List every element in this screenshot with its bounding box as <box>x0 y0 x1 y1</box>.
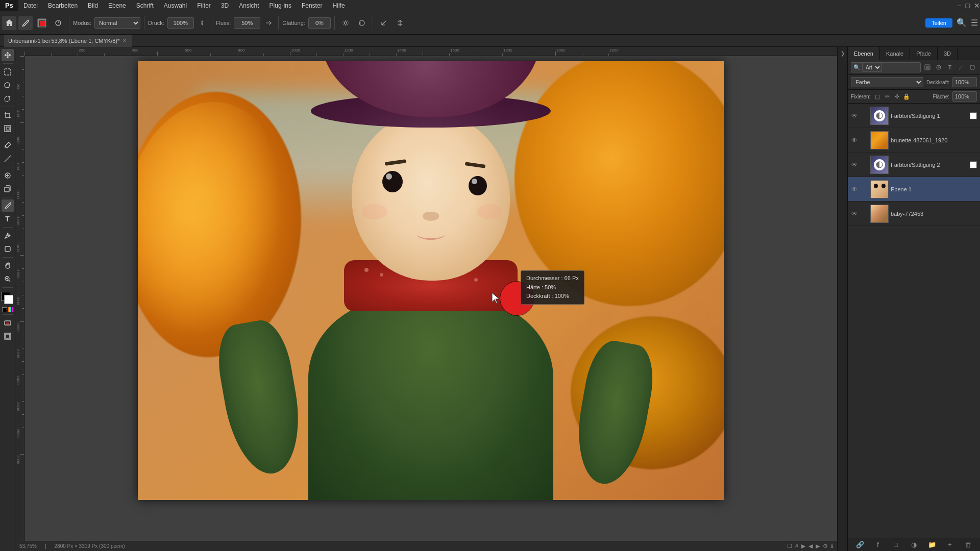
menu-datei[interactable]: Datei <box>18 0 43 11</box>
tab-pfade[interactable]: Pfade <box>910 47 938 60</box>
tab-kanale[interactable]: Kanäle <box>880 47 910 60</box>
layer-item-active[interactable]: 👁 Ebene 1 <box>848 177 980 202</box>
adjustment-filter-btn[interactable] <box>934 63 943 72</box>
zoom-tool[interactable] <box>2 273 14 285</box>
menu-bild[interactable]: Bild <box>83 0 103 11</box>
layer-item[interactable]: 👁 brunette-487061_1920 <box>848 128 980 153</box>
druck-input[interactable] <box>167 17 194 29</box>
brush-tool[interactable] <box>2 199 14 212</box>
default-colors-btn[interactable] <box>2 307 7 312</box>
brush-options-btn[interactable] <box>51 16 65 30</box>
move-tool[interactable] <box>2 49 14 61</box>
crop-tool[interactable] <box>2 109 14 121</box>
heal-tool[interactable] <box>2 169 14 182</box>
settings-status-icon[interactable]: ⚙ <box>823 543 828 549</box>
history-btn[interactable] <box>355 16 369 30</box>
document-close-btn[interactable]: ✕ <box>122 38 127 43</box>
glattung-input[interactable] <box>308 17 331 29</box>
menu-3d[interactable]: 3D <box>216 0 234 11</box>
eyedropper-tool[interactable] <box>2 139 14 152</box>
frame-tool[interactable] <box>2 122 14 135</box>
status-arrow-btn[interactable]: ▶ <box>801 543 805 549</box>
layer-kind-select[interactable]: Art <box>862 63 882 72</box>
clone-tool[interactable] <box>2 183 14 195</box>
layer-item[interactable]: 👁 Farbton/Sättigung 1 <box>848 104 980 128</box>
measure-tool[interactable] <box>2 153 14 165</box>
layer-visibility-toggle[interactable]: 👁 <box>850 160 859 169</box>
menu-auswahl[interactable]: Auswahl <box>159 0 192 11</box>
delete-layer-btn[interactable]: 🗑 <box>963 540 973 550</box>
lasso-tool[interactable] <box>2 79 14 91</box>
lock-transparent-btn[interactable]: ▢ <box>873 92 881 101</box>
marquee-tool[interactable] <box>2 66 14 78</box>
fill-input[interactable] <box>952 91 977 102</box>
menu-fenster[interactable]: Fenster <box>297 0 328 11</box>
background-color[interactable] <box>4 295 13 304</box>
layer-mask-btn[interactable]: □ <box>891 540 901 550</box>
hand-tool[interactable] <box>2 260 14 272</box>
shape-tool[interactable] <box>2 243 14 255</box>
quick-select-tool[interactable] <box>2 92 14 105</box>
workspace-icon[interactable]: ☰ <box>971 18 978 28</box>
close-icon[interactable]: ✕ <box>974 2 980 10</box>
text-filter-btn[interactable]: T <box>945 63 954 72</box>
menu-plugins[interactable]: Plug-ins <box>264 0 297 11</box>
grid-icon[interactable]: # <box>795 543 798 549</box>
symmetry-btn[interactable] <box>393 16 407 30</box>
layer-item[interactable]: 👁 baby-772453 <box>848 202 980 226</box>
group-btn[interactable]: 📁 <box>927 540 937 550</box>
angle-btn[interactable] <box>377 16 391 30</box>
menu-ebene[interactable]: Ebene <box>103 0 131 11</box>
home-tool-btn[interactable] <box>2 16 16 30</box>
blend-mode-select[interactable]: Farbe Normal Aufhellen Abdunkeln Multipl… <box>851 77 923 87</box>
druck-options-btn[interactable] <box>196 17 208 29</box>
info-panel-toggle[interactable]: ❯ <box>839 49 847 57</box>
toolbar-separator-4 <box>278 16 279 30</box>
vector-filter-btn[interactable] <box>957 63 966 72</box>
modus-select[interactable]: Normal Auflösen Abdunkeln <box>94 17 140 29</box>
document-tab[interactable]: Unbenannt-1 bei 53,8% (Ebene 1, CMYK/8)*… <box>4 35 132 47</box>
quick-mask-tool[interactable] <box>2 317 14 329</box>
screen-mode-tool[interactable] <box>2 330 14 342</box>
fluss-input[interactable] <box>234 17 260 29</box>
link-layers-btn[interactable]: 🔗 <box>855 540 865 550</box>
prev-btn[interactable]: ◀ <box>808 543 813 549</box>
layer-style-btn[interactable]: f <box>873 540 883 550</box>
color-swatch-tool[interactable] <box>35 16 49 30</box>
layer-visibility-toggle[interactable]: 👁 <box>850 111 859 120</box>
tab-ebenen[interactable]: Ebenen <box>848 47 880 60</box>
swap-colors-btn[interactable] <box>8 307 13 312</box>
tab-3d[interactable]: 3D <box>938 47 958 60</box>
pen-tool[interactable] <box>2 230 14 242</box>
layer-visibility-toggle[interactable]: 👁 <box>850 209 859 218</box>
menu-hilfe[interactable]: Hilfe <box>328 0 350 11</box>
layer-visibility-toggle[interactable]: 👁 <box>850 185 859 194</box>
minimize-icon[interactable]: − <box>957 2 961 10</box>
lock-all-btn[interactable]: 🔒 <box>902 92 911 101</box>
layer-visibility-toggle[interactable]: 👁 <box>850 136 859 145</box>
text-tool[interactable]: T <box>2 213 14 225</box>
smart-filter-btn[interactable] <box>968 63 977 72</box>
airbrush-btn[interactable] <box>262 17 275 29</box>
pixel-filter-btn[interactable] <box>923 63 932 72</box>
maximize-icon[interactable]: □ <box>966 2 970 10</box>
menu-bearbeiten[interactable]: Bearbeiten <box>43 0 83 11</box>
lock-position-btn[interactable]: ✜ <box>893 92 901 101</box>
layer-item[interactable]: 👁 Farbton/Sättigung 2 <box>848 153 980 177</box>
canvas-wrapper[interactable]: Durchmesser : 66 Px Härte : 50% Deckkraf… <box>24 56 837 541</box>
opacity-input[interactable] <box>952 77 977 87</box>
zoom-fit-icon[interactable]: ☐ <box>787 543 792 549</box>
settings-btn[interactable] <box>338 16 353 30</box>
menu-ansicht[interactable]: Ansicht <box>234 0 264 11</box>
next-btn[interactable]: ▶ <box>816 543 820 549</box>
search-icon[interactable]: 🔍 <box>957 18 967 28</box>
share-button[interactable]: Teilen <box>925 18 952 28</box>
brush-tool-btn[interactable] <box>18 16 33 30</box>
menu-schrift[interactable]: Schrift <box>131 0 159 11</box>
menu-filter[interactable]: Filter <box>192 0 216 11</box>
adjustment-layer-btn[interactable]: ◑ <box>909 540 919 550</box>
statusbar: 53,75% | 2800 Px × 3319 Px (300 ppcm) ☐ … <box>15 541 837 551</box>
new-layer-btn[interactable]: + <box>945 540 955 550</box>
lock-pixels-btn[interactable]: ✏ <box>883 92 891 101</box>
info-icon[interactable]: ℹ <box>831 543 833 549</box>
